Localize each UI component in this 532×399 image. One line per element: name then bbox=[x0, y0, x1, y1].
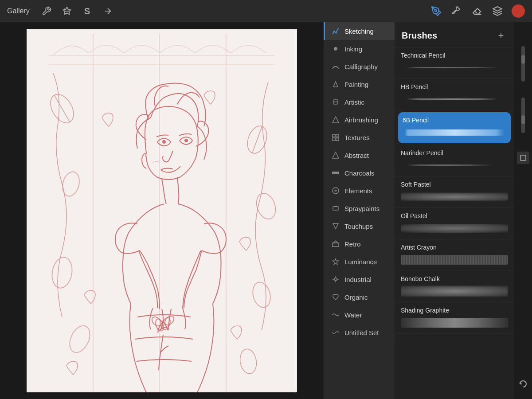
category-organic[interactable]: Organic bbox=[324, 288, 395, 306]
brush-item-bonobo-chalk[interactable]: Bonobo Chalk bbox=[395, 271, 514, 302]
brush-item-artist-crayon[interactable]: Artist Crayon bbox=[395, 239, 514, 271]
svg-marker-36 bbox=[332, 152, 339, 158]
wrench-tool[interactable] bbox=[40, 5, 53, 17]
brushes-header: Brushes + bbox=[395, 22, 514, 47]
water-icon bbox=[331, 310, 340, 319]
category-elements[interactable]: Elements bbox=[324, 182, 395, 200]
svg-rect-40 bbox=[334, 206, 337, 207]
artistic-icon bbox=[331, 98, 340, 106]
category-airbrushing-label: Airbrushing bbox=[344, 116, 378, 124]
category-water-label: Water bbox=[344, 311, 362, 319]
brushes-title: Brushes bbox=[402, 31, 437, 41]
brush-stroke-shading-graphite bbox=[401, 317, 508, 329]
untitled-set-icon bbox=[331, 328, 340, 337]
size-slider-thumb[interactable] bbox=[521, 55, 525, 64]
undo-button[interactable] bbox=[517, 378, 529, 390]
category-sketching-label: Sketching bbox=[344, 27, 374, 35]
category-sketching[interactable]: Sketching bbox=[324, 22, 395, 40]
brush-item-6b-pencil[interactable]: 6B Pencil bbox=[398, 112, 511, 143]
canvas-toggle-button[interactable] bbox=[517, 152, 529, 164]
category-calligraphy[interactable]: Calligraphy bbox=[324, 58, 395, 75]
svg-rect-35 bbox=[336, 138, 339, 141]
retro-icon bbox=[331, 239, 340, 248]
svg-point-45 bbox=[334, 278, 337, 281]
brush-stroke-6b-pencil bbox=[403, 126, 506, 139]
brush-item-shading-graphite[interactable]: Shading Graphite bbox=[395, 302, 514, 334]
category-inking[interactable]: Inking bbox=[324, 40, 395, 58]
pen-tool[interactable] bbox=[430, 5, 442, 17]
textures-icon bbox=[331, 133, 340, 142]
transform-tool[interactable] bbox=[102, 5, 114, 17]
user-avatar[interactable] bbox=[512, 4, 525, 18]
category-elements-label: Elements bbox=[344, 187, 372, 195]
brush-item-hb-pencil[interactable]: HB Pencil bbox=[395, 79, 514, 110]
svg-point-18 bbox=[250, 280, 273, 309]
category-textures[interactable]: Textures bbox=[324, 129, 395, 146]
brush-name-bonobo-chalk: Bonobo Chalk bbox=[401, 275, 508, 282]
category-charcoals[interactable]: Charcoals bbox=[324, 164, 395, 182]
category-spraypaints[interactable]: Spraypaints bbox=[324, 200, 395, 217]
smudge-tool[interactable]: S bbox=[81, 5, 94, 17]
brush-item-oil-pastel[interactable]: Oil Pastel bbox=[395, 208, 514, 239]
category-artistic[interactable]: Artistic bbox=[324, 93, 395, 111]
calligraphy-icon bbox=[331, 62, 340, 71]
svg-point-20 bbox=[238, 348, 258, 375]
svg-marker-31 bbox=[332, 117, 339, 123]
brush-name-hb-pencil: HB Pencil bbox=[401, 83, 508, 90]
category-airbrushing[interactable]: Airbrushing bbox=[324, 111, 395, 129]
category-abstract[interactable]: Abstract bbox=[324, 146, 395, 164]
svg-marker-5 bbox=[493, 7, 502, 11]
svg-point-15 bbox=[60, 170, 82, 198]
inking-icon bbox=[331, 44, 340, 53]
brush-name-soft-pastel: Soft Pastel bbox=[401, 181, 508, 188]
magic-wand-tool[interactable] bbox=[61, 5, 73, 17]
canvas-area bbox=[0, 22, 324, 399]
size-slider-track[interactable] bbox=[521, 46, 525, 82]
opacity-slider-track[interactable] bbox=[521, 98, 525, 133]
category-artistic-label: Artistic bbox=[344, 98, 364, 106]
svg-point-25 bbox=[150, 315, 163, 328]
left-tools: S bbox=[40, 5, 114, 17]
opacity-slider-thumb[interactable] bbox=[521, 115, 525, 124]
category-textures-label: Textures bbox=[344, 134, 370, 141]
svg-marker-43 bbox=[333, 241, 338, 243]
category-industrial-label: Industrial bbox=[344, 276, 372, 283]
category-painting-label: Painting bbox=[344, 81, 368, 88]
brush-name-artist-crayon: Artist Crayon bbox=[401, 244, 508, 251]
svg-point-28 bbox=[334, 47, 337, 51]
gallery-button[interactable]: Gallery bbox=[7, 7, 30, 15]
category-water[interactable]: Water bbox=[324, 306, 395, 324]
right-side-controls bbox=[514, 22, 532, 399]
brush-name-shading-graphite: Shading Graphite bbox=[401, 307, 508, 314]
airbrushing-icon bbox=[331, 115, 340, 124]
brush-list-panel: Brushes + Technical Pencil HB Pencil 6B … bbox=[395, 22, 514, 399]
category-industrial[interactable]: Industrial bbox=[324, 270, 395, 288]
category-luminance[interactable]: Luminance bbox=[324, 253, 395, 270]
size-slider-area bbox=[521, 44, 525, 83]
brush-name-oil-pastel: Oil Pastel bbox=[401, 212, 508, 219]
category-touchups[interactable]: Touchups bbox=[324, 217, 395, 235]
add-brush-button[interactable]: + bbox=[495, 29, 507, 42]
svg-point-16 bbox=[253, 191, 279, 222]
svg-rect-39 bbox=[333, 207, 338, 210]
sketching-icon bbox=[331, 27, 340, 35]
layers-tool[interactable] bbox=[491, 5, 504, 17]
brush-name-narinder-pencil: Narinder Pencil bbox=[401, 149, 508, 156]
canvas-drawing[interactable] bbox=[27, 29, 297, 392]
svg-point-22 bbox=[185, 139, 188, 142]
category-painting[interactable]: Painting bbox=[324, 75, 395, 93]
brush-item-technical-pencil[interactable]: Technical Pencil bbox=[395, 47, 514, 79]
brush-name-technical-pencil: Technical Pencil bbox=[401, 52, 508, 59]
category-retro-label: Retro bbox=[344, 240, 361, 248]
touchups-icon bbox=[331, 222, 340, 231]
brush-tool[interactable] bbox=[450, 5, 463, 17]
svg-rect-46 bbox=[520, 155, 526, 160]
eraser-tool[interactable] bbox=[471, 5, 483, 17]
svg-point-19 bbox=[66, 323, 94, 356]
brush-item-narinder-pencil[interactable]: Narinder Pencil bbox=[395, 145, 514, 176]
brush-categories-panel: Sketching Inking Calligraphy Painting Ar… bbox=[324, 22, 395, 399]
brush-item-soft-pastel[interactable]: Soft Pastel bbox=[395, 176, 514, 208]
category-retro[interactable]: Retro bbox=[324, 235, 395, 253]
category-untitled-set[interactable]: Untitled Set bbox=[324, 324, 395, 341]
luminance-icon bbox=[331, 257, 340, 266]
